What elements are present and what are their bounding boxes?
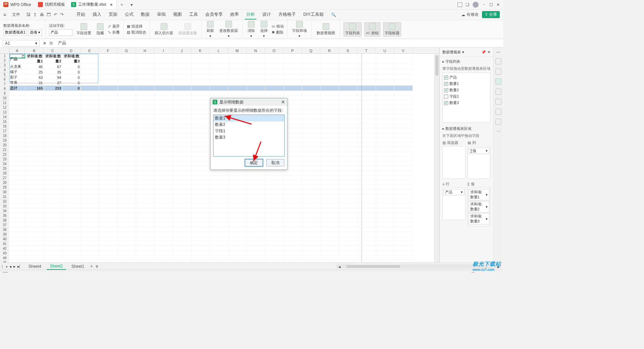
row-head[interactable]: 30 (0, 190, 9, 195)
col-head[interactable]: R (320, 48, 339, 54)
move-button[interactable]: ▭ 移动 (272, 24, 284, 29)
checkbox-icon[interactable]: ✔ (444, 101, 448, 105)
row-head[interactable]: 10 (0, 96, 9, 101)
row-head[interactable]: 20 (0, 143, 9, 148)
col-head[interactable]: U (376, 48, 394, 54)
tab-nav-prev[interactable]: ◂ (9, 264, 11, 269)
export-icon[interactable]: ↥ (33, 12, 37, 17)
add-sheet-button[interactable]: ＋ (90, 263, 94, 269)
field-list-item[interactable]: 字段1 (444, 93, 489, 100)
row-head[interactable]: 44 (0, 256, 9, 260)
dialog-ok-button[interactable]: 确定 (245, 159, 263, 166)
area-item[interactable]: 求和项:数量1▾ (469, 189, 490, 200)
row-head[interactable]: 25 (0, 166, 9, 171)
vertical-scrollbar[interactable] (434, 54, 439, 262)
row-head[interactable]: 43 (0, 251, 9, 256)
window-minimize-button[interactable]: － (482, 2, 486, 7)
save-icon[interactable]: 🖫 (26, 12, 31, 17)
field-header-button[interactable]: 字段标题 (383, 22, 401, 37)
menu-item-11[interactable]: 设计 (261, 10, 272, 19)
menu-item-6[interactable]: 视图 (172, 10, 183, 19)
row-head[interactable]: 17 (0, 129, 9, 134)
row-head[interactable]: 16 (0, 124, 9, 129)
menu-item-5[interactable]: 审阅 (156, 10, 167, 19)
row-head[interactable]: 32 (0, 199, 9, 204)
more-icon[interactable]: ⋯ (496, 129, 500, 134)
col-head[interactable]: N (247, 48, 265, 54)
active-field-input[interactable] (49, 29, 72, 36)
row-head[interactable]: 4 (0, 68, 9, 72)
dialog-list-item[interactable]: 数量1 (214, 115, 284, 121)
col-head[interactable]: O (265, 48, 283, 54)
row-head[interactable]: 1 (0, 54, 9, 58)
col-head[interactable]: I (154, 48, 173, 54)
sheet-tab-sheet1[interactable]: Sheet1 (68, 263, 88, 269)
window-maximize-button[interactable]: ☐ (489, 2, 493, 7)
row-head[interactable]: 37 (0, 223, 9, 228)
col-head[interactable]: J (173, 48, 191, 54)
col-head[interactable]: K (191, 48, 210, 54)
delete-button[interactable]: ✖ 删除 (272, 30, 284, 35)
avatar[interactable] (473, 2, 479, 8)
checkbox-icon[interactable]: ✔ (444, 82, 448, 86)
row-head[interactable]: 6 (0, 77, 9, 82)
row-head[interactable]: 14 (0, 115, 9, 119)
row-head[interactable]: 33 (0, 204, 9, 209)
area-item[interactable]: 求和项:数量2▾ (469, 201, 490, 212)
area-row-zone[interactable]: 产品▾ (442, 187, 466, 220)
field-list-item[interactable]: ✔数量2 (444, 87, 489, 93)
row-head[interactable]: 34 (0, 209, 9, 213)
expand-button[interactable]: ⤢ 展开 (108, 24, 120, 29)
row-head[interactable]: 28 (0, 181, 9, 185)
checkbox-icon[interactable]: ✔ (444, 88, 448, 92)
chevron-down-icon[interactable]: ▾ (462, 50, 464, 54)
preview-icon[interactable]: 🗔 (47, 12, 51, 17)
pivot-filter-dropdown[interactable]: ▾ (22, 54, 25, 58)
fx-icon[interactable]: fx (50, 41, 53, 46)
menu-item-2[interactable]: 页面 (107, 10, 119, 19)
pin-icon[interactable]: 📌 (481, 50, 486, 54)
menu-item-9[interactable]: 效率 (229, 10, 240, 19)
undo-icon[interactable]: ↶ (54, 12, 57, 17)
dialog-close-button[interactable]: ✕ (281, 99, 285, 105)
row-head[interactable]: 36 (0, 218, 9, 223)
menu-item-10[interactable]: 分析 (245, 10, 256, 19)
window-close-button[interactable]: ✕ (496, 2, 500, 7)
row-head[interactable]: 12 (0, 105, 9, 110)
col-head[interactable]: H (136, 48, 154, 54)
checkbox-icon[interactable] (444, 95, 448, 99)
row-head[interactable]: 11 (0, 101, 9, 105)
dialog-list-item[interactable]: 数量3 (214, 134, 284, 141)
col-head[interactable]: G (117, 48, 136, 54)
view-read-icon[interactable]: ◧ (430, 271, 434, 272)
redo-icon[interactable]: ↷ (60, 12, 64, 17)
row-head[interactable]: 2 (0, 58, 9, 63)
zoom-value[interactable]: 100% (437, 272, 446, 273)
row-head[interactable]: 27 (0, 176, 9, 181)
refresh-button[interactable]: 刷新 ▾ (205, 20, 215, 39)
checkbox-icon[interactable]: ✔ (444, 76, 448, 80)
col-head[interactable]: E (80, 48, 99, 54)
row-head[interactable]: 29 (0, 185, 9, 190)
field-list-item[interactable]: ✔数量3 (444, 100, 489, 106)
row-head[interactable]: 40 (0, 237, 9, 242)
sheet-tab-sheet4[interactable]: Sheet4 (25, 263, 45, 269)
clear-button[interactable]: 清除 ▾ (246, 20, 256, 39)
row-head[interactable]: 42 (0, 246, 9, 251)
menu-item-0[interactable]: 开始 (75, 10, 87, 19)
pivotchart-button[interactable]: 数据透视图 (315, 22, 336, 36)
book-icon[interactable] (495, 109, 501, 115)
select-button[interactable]: 选择 ▾ (259, 20, 269, 39)
menu-item-8[interactable]: 会员专享 (204, 10, 224, 19)
gallery-icon[interactable] (495, 89, 501, 95)
tab-nav-first[interactable]: ⎸◂ (2, 264, 7, 269)
row-head[interactable]: 15 (0, 119, 9, 124)
area-filter-zone[interactable] (442, 146, 466, 179)
menu-item-12[interactable]: 方格格子 (277, 10, 297, 19)
row-head[interactable]: 7 (0, 82, 9, 87)
row-head[interactable]: 19 (0, 138, 9, 143)
menu-item-13[interactable]: DIY工具箱 (302, 10, 325, 19)
fullscreen-icon[interactable]: ⤢ (497, 271, 500, 272)
pivot-pane-icon[interactable] (495, 79, 501, 85)
dialog-list-item[interactable]: 字段1 (214, 128, 284, 134)
